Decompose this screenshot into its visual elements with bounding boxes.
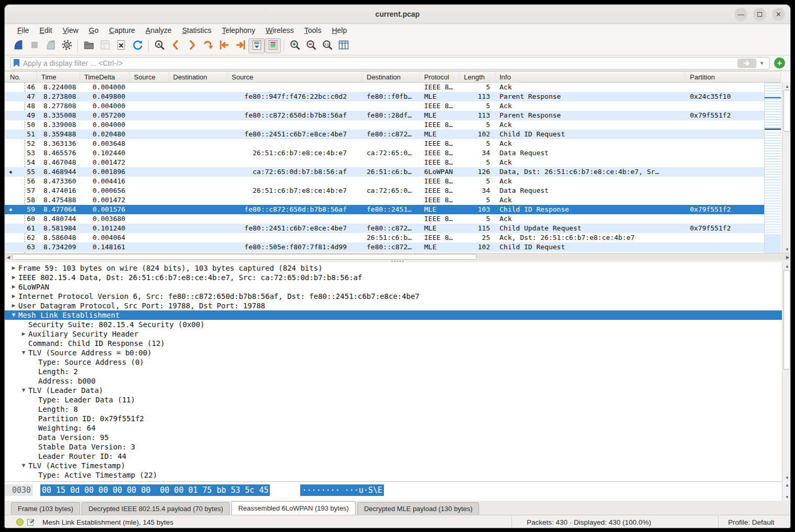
packet-list-vscrollbar[interactable]: ▲ ▼ — [782, 83, 791, 253]
detail-line[interactable]: Type: Active Timestamp (22) — [5, 470, 782, 480]
detail-line[interactable]: ▶User Datagram Protocol, Src Port: 19788… — [5, 301, 782, 310]
expander-collapsed-icon[interactable]: ▶ — [19, 329, 28, 339]
intelligent-scrollbar-map[interactable] — [764, 83, 781, 253]
hex-vscrollbar[interactable]: ▲ ▼ — [782, 481, 791, 501]
expander-collapsed-icon[interactable]: ▶ — [9, 282, 18, 292]
menu-help[interactable]: Help — [326, 25, 352, 36]
open-file-button[interactable] — [81, 38, 97, 53]
go-forward-button[interactable] — [184, 38, 200, 53]
packet-row-51[interactable]: 518.3594880.020480fe80::2451:c6b7:e8ce:4… — [5, 130, 764, 139]
column-header-length[interactable]: Length — [460, 72, 495, 82]
packet-bytes-pane[interactable]: 0030 00 15 0d 00 00 00 00 00 00 00 01 75… — [5, 481, 782, 501]
packet-row-58[interactable]: 588.4754880.001472IEEE 8…5Ack — [5, 195, 764, 205]
column-header-destination[interactable]: Destination — [362, 72, 420, 82]
close-button[interactable]: ✕ — [772, 8, 785, 21]
scroll-down-arrow-icon[interactable]: ▼ — [782, 246, 791, 253]
detail-line[interactable]: Stable Data Version: 3 — [5, 442, 782, 452]
column-header-protocol[interactable]: Protocol — [420, 72, 460, 82]
packet-row-47[interactable]: 478.2738080.049800fe80::947f:f476:22bc:c… — [5, 92, 764, 101]
scroll-up-arrow-icon[interactable]: ▲ — [782, 481, 791, 489]
scroll-down-arrow-icon[interactable]: ▼ — [782, 493, 791, 501]
detail-vscrollbar[interactable]: ▲ ▼ — [782, 262, 791, 481]
zoom-original-button[interactable]: 1:1 — [319, 38, 335, 53]
menu-analyze[interactable]: Analyze — [140, 25, 177, 36]
menu-edit[interactable]: Edit — [35, 25, 58, 36]
expander-expanded-icon[interactable]: ▼ — [19, 348, 28, 357]
expander-collapsed-icon[interactable]: ▶ — [9, 263, 18, 273]
detail-line[interactable]: ▼TLV (Active Timestamp) — [5, 461, 782, 470]
packet-row-59[interactable]: 598.4770640.001576fe80::c872:650d:b7b8:5… — [5, 205, 764, 214]
detail-line[interactable]: ▼TLV (Source Address = b0:00) — [5, 348, 782, 357]
save-file-button[interactable] — [97, 38, 113, 53]
byte-tab-3[interactable]: Decrypted MLE payload (130 bytes) — [357, 502, 479, 515]
packet-row-54[interactable]: 548.4670480.001472IEEE 8…5Ack — [5, 158, 764, 167]
detail-line[interactable]: ▼Mesh Link Establishment — [5, 310, 782, 320]
menu-statistics[interactable]: Statistics — [177, 25, 217, 36]
detail-line[interactable]: ▶Frame 59: 103 bytes on wire (824 bits),… — [5, 263, 782, 273]
bookmark-icon[interactable] — [14, 59, 19, 67]
profile-status[interactable]: Profile: Default — [718, 516, 786, 528]
reload-file-button[interactable] — [129, 38, 145, 53]
packet-row-57[interactable]: 578.4740160.00065626:51:c6:b7:e8:ce:4b:e… — [5, 186, 764, 195]
detail-line[interactable]: Leader Router ID: 44 — [5, 452, 782, 461]
column-header-info[interactable]: Info — [495, 72, 686, 82]
auto-scroll-button[interactable] — [248, 38, 265, 53]
scrollbar-thumb[interactable] — [783, 90, 790, 132]
menu-capture[interactable]: Capture — [104, 25, 141, 36]
maximize-button[interactable] — [753, 8, 766, 21]
go-first-button[interactable] — [216, 38, 232, 53]
scroll-up-arrow-icon[interactable]: ▲ — [782, 83, 791, 90]
detail-line[interactable]: Type: Source Address (0) — [5, 357, 782, 367]
menu-file[interactable]: File — [12, 25, 35, 36]
expander-expanded-icon[interactable]: ▼ — [9, 310, 18, 320]
expander-expanded-icon[interactable]: ▼ — [19, 461, 28, 470]
expander-expanded-icon[interactable]: ▼ — [19, 386, 28, 395]
go-to-packet-button[interactable] — [200, 38, 216, 53]
detail-line[interactable]: Length: 2 — [5, 367, 782, 376]
packet-row-61[interactable]: 618.5819840.101240fe80::2451:c6b7:e8ce:4… — [5, 224, 764, 233]
go-last-button[interactable] — [232, 38, 248, 53]
scroll-left-arrow-icon[interactable]: ◀ — [5, 253, 12, 261]
packet-row-48[interactable]: 488.2778080.004000IEEE 8…5Ack — [5, 101, 764, 111]
detail-line[interactable]: Data Version: 95 — [5, 433, 782, 442]
capture-comment-icon[interactable] — [27, 518, 35, 526]
display-filter-input[interactable] — [23, 59, 737, 67]
column-header-destination[interactable]: Destination — [169, 72, 228, 82]
scroll-right-arrow-icon[interactable]: ▶ — [784, 253, 791, 261]
detail-line[interactable]: Command: Child ID Response (12) — [5, 339, 782, 348]
minimize-button[interactable]: — — [734, 8, 747, 21]
menu-tools[interactable]: Tools — [299, 25, 327, 36]
menu-go[interactable]: Go — [84, 25, 104, 36]
byte-tab-0[interactable]: Frame (103 bytes) — [11, 502, 80, 515]
detail-line[interactable]: Security Suite: 802.15.4 Security (0x00) — [5, 320, 782, 329]
packet-row-55[interactable]: 558.4689440.001896ca:72:65:0d:b7:b8:56:a… — [5, 167, 764, 177]
expander-collapsed-icon[interactable]: ▶ — [9, 273, 18, 282]
stop-capture-button[interactable] — [26, 38, 42, 53]
packet-row-50[interactable]: 508.3390080.004000IEEE 8…5Ack — [5, 120, 764, 130]
menu-view[interactable]: View — [58, 25, 84, 36]
go-back-button[interactable] — [167, 38, 184, 53]
detail-line[interactable]: Length: 8 — [5, 404, 782, 414]
packet-row-56[interactable]: 568.4733600.004416IEEE 8…5Ack — [5, 177, 764, 186]
expert-info-icon[interactable] — [16, 518, 24, 526]
detail-line[interactable]: ▶Internet Protocol Version 6, Src: fe80:… — [5, 292, 782, 301]
zoom-in-button[interactable] — [287, 38, 303, 53]
byte-tab-2[interactable]: Reassembled 6LoWPAN (193 bytes) — [231, 501, 355, 515]
resize-columns-button[interactable] — [335, 38, 351, 53]
restart-capture-button[interactable] — [42, 38, 59, 53]
column-header-source[interactable]: Source — [228, 72, 362, 82]
expander-collapsed-icon[interactable]: ▶ — [9, 292, 18, 301]
scroll-up-arrow-icon[interactable]: ▲ — [782, 262, 791, 270]
column-header-time[interactable]: Time — [37, 72, 80, 82]
zoom-out-button[interactable] — [303, 38, 319, 53]
packet-row-63[interactable]: 638.7342090.148161fe80::505e:f807:7f81:4… — [5, 242, 764, 252]
detail-line[interactable]: Weighting: 64 — [5, 423, 782, 433]
colorize-button[interactable] — [265, 38, 281, 53]
display-filter-box[interactable]: ▼ — [10, 57, 770, 70]
filter-dropdown-caret[interactable]: ▼ — [758, 61, 766, 66]
byte-tab-1[interactable]: Decrypted IEEE 802.15.4 payload (70 byte… — [82, 502, 230, 515]
hex-ascii-selected[interactable]: ········ ···u·S\E — [300, 484, 384, 496]
scroll-down-arrow-icon[interactable]: ▼ — [782, 474, 791, 481]
packet-row-46[interactable]: 468.2240080.004000IEEE 8…5Ack — [5, 83, 764, 92]
detail-line[interactable]: Partition ID: 0x79f551f2 — [5, 414, 782, 423]
